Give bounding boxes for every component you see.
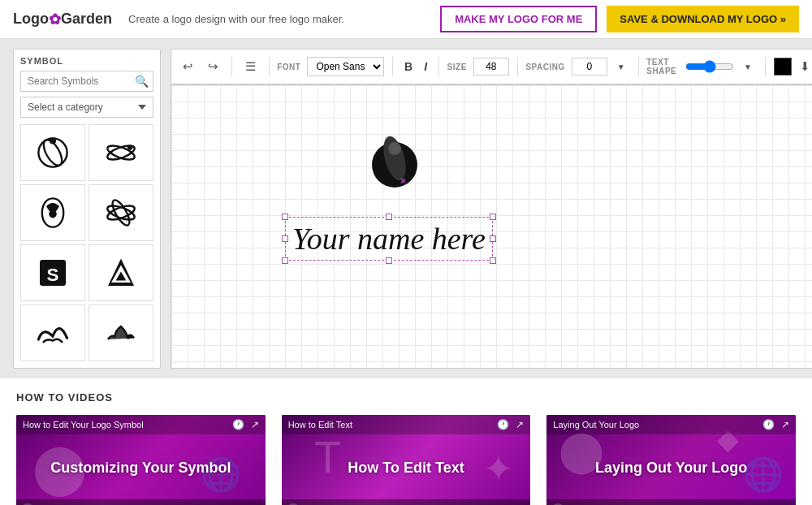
make-logo-button[interactable]: MAKE MY LOGO FOR ME [440, 6, 597, 32]
symbol-panel: SYMBOL 🔍 Select a category [13, 49, 161, 369]
symbol-cell-1[interactable] [20, 124, 85, 181]
symbol-cell-5[interactable]: S [20, 244, 85, 301]
svg-text:S: S [47, 265, 59, 285]
how-to-title: HOW TO VIDEOS [16, 391, 796, 404]
video-grid: ⬤ 🌐 How to Edit Your Logo Symbol 🕐 ↗ Cus… [16, 415, 796, 505]
share-icon-3: ↗ [781, 419, 789, 430]
text-shape-label: TEXT SHAPE [646, 58, 679, 76]
logo-area: Logo✿Garden [13, 11, 112, 28]
italic-button[interactable]: I [421, 58, 430, 75]
symbol-cell-2[interactable] [89, 124, 153, 181]
toolbar-divider-2 [269, 57, 270, 76]
size-input[interactable] [473, 58, 509, 76]
toolbar-divider-4 [438, 57, 439, 76]
how-to-section: HOW TO VIDEOS ⬤ 🌐 How to Edit Your Logo … [0, 378, 812, 505]
toolbar-divider-7 [765, 57, 766, 76]
save-logo-button[interactable]: SAVE & DOWNLOAD MY LOGO » [607, 6, 799, 32]
color-swatch[interactable] [774, 58, 792, 76]
video-3-header-icons: 🕐 ↗ [762, 419, 789, 430]
svg-text:×: × [400, 175, 406, 187]
download-icon-button[interactable]: ⬇ [795, 56, 812, 77]
toolbar-divider-1 [231, 57, 232, 76]
logo-symbol[interactable]: × [358, 134, 431, 207]
clock-icon-2: 🕐 [497, 419, 509, 430]
svg-point-18 [388, 142, 401, 155]
size-label: SIZE [447, 63, 467, 71]
handle-tl[interactable] [282, 214, 288, 220]
video-card-2-header: How to Edit Text 🕐 ↗ [282, 415, 531, 434]
video-card-1[interactable]: ⬤ 🌐 How to Edit Your Logo Symbol 🕐 ↗ Cus… [16, 415, 266, 505]
symbol-cell-3[interactable] [20, 184, 85, 241]
symbol-cell-7[interactable] [20, 304, 85, 361]
video-2-header-icons: 🕐 ↗ [497, 419, 524, 430]
bold-button[interactable]: B [401, 58, 416, 75]
clock-icon-3: 🕐 [762, 419, 775, 430]
video-card-3-header: Laying Out Your Logo 🕐 ↗ [546, 415, 796, 434]
clock-icon-1: 🕐 [232, 419, 244, 430]
logo-text-content: Your name here [292, 222, 486, 256]
font-label: FONT [277, 63, 300, 71]
font-select[interactable]: Open Sans [307, 57, 384, 76]
canvas-area[interactable]: × Your name here [171, 84, 812, 369]
video-3-label: Laying Out Your Logo [559, 460, 784, 477]
text-align-button[interactable]: ☰ [240, 56, 261, 77]
svg-point-9 [110, 198, 133, 228]
header-tagline: Create a logo design with our free logo … [128, 13, 344, 25]
svg-point-5 [127, 145, 132, 149]
header: Logo✿Garden Create a logo design with ou… [0, 0, 812, 39]
spacing-input[interactable] [572, 58, 607, 76]
logo-text-element[interactable]: Your name here [285, 217, 493, 261]
symbol-cell-4[interactable] [89, 184, 153, 241]
toolbar-divider-3 [392, 57, 393, 76]
search-input[interactable] [20, 71, 153, 92]
logo-wordmark: Logo✿Garden [13, 11, 112, 28]
symbol-grid: S [20, 124, 153, 361]
toolbar-right: ⬇ 🖌 🛡 ▼ [774, 56, 812, 77]
video-1-header-icons: 🕐 ↗ [232, 419, 259, 430]
video-2-label: How To Edit Text [294, 460, 518, 477]
video-card-2[interactable]: T ✦ How to Edit Text 🕐 ↗ How To Edit Tex… [282, 415, 531, 505]
handle-bm[interactable] [386, 257, 392, 264]
symbol-cell-6[interactable] [89, 244, 153, 301]
main-area: SYMBOL 🔍 Select a category [0, 39, 812, 378]
video-3-title: Laying Out Your Logo [553, 420, 639, 429]
video-3-footer: ▶ 🔊 0:05 / 0:41 ⚙ ⛶ [546, 499, 796, 505]
svg-point-6 [49, 210, 57, 218]
video-1-title: How to Edit Your Logo Symbol [23, 420, 144, 429]
handle-tm[interactable] [386, 214, 392, 220]
spacing-dropdown-button[interactable]: ▼ [612, 59, 630, 75]
handle-ml[interactable] [282, 235, 288, 242]
video-2-title: How to Edit Text [288, 420, 352, 429]
category-select[interactable]: Select a category [20, 97, 153, 118]
symbol-cell-8[interactable] [89, 304, 153, 361]
video-1-footer: ▶ 🔊 0:04 / 0:56 ⚙ ⛶ [16, 499, 266, 505]
share-icon-1: ↗ [251, 419, 259, 430]
toolbar-divider-5 [517, 57, 518, 76]
editor-area: ↩ ↪ ☰ FONT Open Sans B I SIZE SPACING ▼ [171, 49, 812, 369]
share-icon-2: ↗ [516, 419, 524, 430]
symbol-panel-label: SYMBOL [20, 56, 153, 66]
handle-mr[interactable] [490, 235, 496, 242]
video-2-footer: ▶ 🔊 0:04 / 0:56 ⚙ ⛶ [282, 499, 531, 505]
search-icon-button[interactable]: 🔍 [135, 75, 149, 88]
text-shape-dropdown-button[interactable]: ▼ [739, 59, 757, 75]
toolbar: ↩ ↪ ☰ FONT Open Sans B I SIZE SPACING ▼ [171, 49, 812, 84]
handle-br[interactable] [490, 257, 496, 264]
toolbar-divider-6 [638, 57, 639, 76]
search-input-wrap: 🔍 [20, 71, 153, 92]
handle-bl[interactable] [282, 257, 288, 264]
undo-button[interactable]: ↩ [178, 56, 198, 77]
svg-point-2 [50, 138, 56, 145]
spacing-label: SPACING [525, 63, 564, 71]
redo-button[interactable]: ↪ [203, 56, 223, 77]
video-card-1-header: How to Edit Your Logo Symbol 🕐 ↗ [16, 415, 266, 434]
text-shape-slider[interactable] [685, 57, 734, 76]
video-card-3[interactable]: ⬤ 🌐 ◆ Laying Out Your Logo 🕐 ↗ Laying Ou… [546, 415, 796, 505]
video-1-label: Customizing Your Symbol [28, 460, 253, 477]
handle-tr[interactable] [490, 214, 496, 220]
